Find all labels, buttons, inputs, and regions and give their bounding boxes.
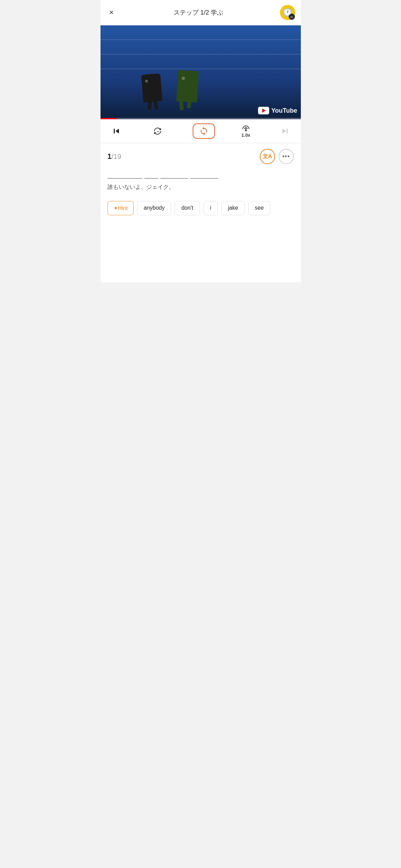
char-body-right <box>176 70 199 102</box>
char-body-left <box>141 73 162 103</box>
infinity-icon: ∞ <box>289 14 295 20</box>
word-chip-dont[interactable]: don't <box>175 201 200 215</box>
youtube-watermark: YouTube <box>258 107 297 114</box>
svg-text:∞: ∞ <box>157 130 159 133</box>
word-chip-anybody[interactable]: anybody <box>137 201 171 215</box>
word-options: ✦Hint anybody don't i jake see <box>107 201 294 215</box>
timer-badge[interactable]: 🕐 ∞ <box>280 5 295 20</box>
blank-2[interactable] <box>144 171 158 179</box>
character-left <box>142 74 167 109</box>
hint-button[interactable]: ✦Hint <box>107 201 134 215</box>
loop-button[interactable]: ∞ <box>151 123 166 139</box>
video-progress-fill <box>101 118 117 119</box>
video-container[interactable]: YouTube <box>101 25 301 119</box>
char-leg-right2 <box>186 101 191 108</box>
translation-text: 誰もいないよ、ジェイク。 <box>107 183 294 191</box>
video-scene: YouTube <box>101 25 301 119</box>
char-leg-right-l <box>153 100 158 109</box>
blank-4[interactable] <box>190 171 218 179</box>
speed-control[interactable]: 1.0x <box>241 125 250 138</box>
word-chip-see[interactable]: see <box>248 201 271 215</box>
blank-3[interactable] <box>160 171 188 179</box>
word-chip-i[interactable]: i <box>203 201 218 215</box>
progress-counter: 1/19 <box>107 152 121 161</box>
skip-forward-button[interactable] <box>277 123 292 139</box>
word-chip-jake[interactable]: jake <box>221 201 244 215</box>
controls-bar: ∞ 1.0x <box>101 119 301 143</box>
char-leg-left <box>147 101 152 110</box>
replay-button[interactable] <box>193 123 215 139</box>
sentence-blank <box>107 171 294 179</box>
svg-rect-0 <box>114 129 115 134</box>
bottom-area <box>101 282 301 421</box>
blank-1[interactable] <box>107 171 142 179</box>
svg-rect-2 <box>287 129 288 134</box>
skip-back-button[interactable] <box>109 123 124 139</box>
page-title: ステップ 1/2 学ぶ <box>117 8 280 17</box>
character-right <box>177 71 205 109</box>
current-count: 1 <box>107 152 112 161</box>
total-count: /19 <box>112 153 121 160</box>
char-leg-right1 <box>179 101 183 111</box>
progress-header: 1/19 文A ••• <box>107 149 294 164</box>
youtube-icon <box>258 107 269 114</box>
header-actions: 文A ••• <box>260 149 294 164</box>
content-area: 1/19 文A ••• 誰もいないよ、ジェイク。 ✦Hint anybody d… <box>101 143 301 282</box>
speed-label: 1.0x <box>241 132 250 138</box>
close-button[interactable]: × <box>106 7 117 18</box>
translate-button[interactable]: 文A <box>260 149 275 164</box>
more-options-button[interactable]: ••• <box>279 149 294 164</box>
video-progress-bar[interactable] <box>101 118 301 119</box>
youtube-text: YouTube <box>271 107 297 114</box>
header: × ステップ 1/2 学ぶ 🕐 ∞ <box>101 0 301 25</box>
